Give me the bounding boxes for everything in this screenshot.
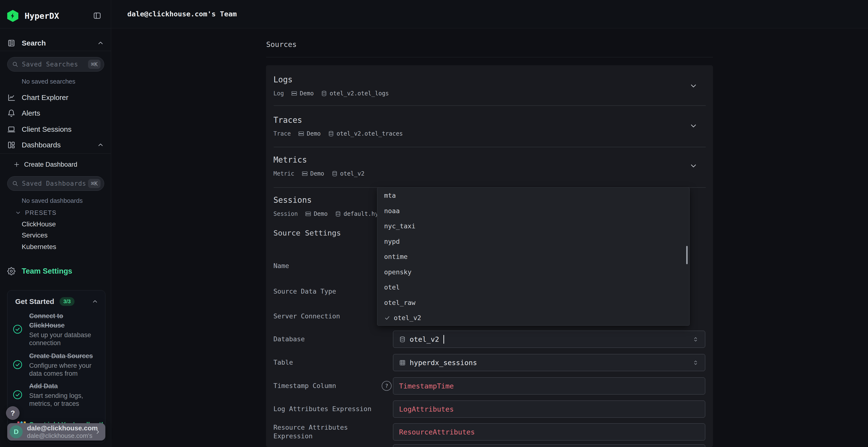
hyperdx-logo-icon	[7, 10, 18, 22]
dropdown-option[interactable]: opensky	[377, 265, 689, 280]
dropdown-option[interactable]: otel	[377, 280, 689, 295]
help-button[interactable]: ?	[6, 406, 20, 420]
dropdown-option[interactable]: mta	[377, 188, 689, 203]
sidebar-item-kubernetes[interactable]: Kubernetes	[22, 243, 56, 251]
saved-searches-placeholder: Saved Searches	[22, 61, 88, 68]
user-email: dale@clickhouse.com	[27, 424, 90, 432]
database-icon	[328, 131, 334, 137]
sidebar-item-dashboards[interactable]: Dashboards	[7, 137, 104, 153]
dropdown-option[interactable]: nyc_taxi	[377, 218, 689, 234]
source-metrics-title: Metrics	[273, 155, 307, 165]
text-caret	[443, 335, 444, 344]
expand-traces-button[interactable]	[688, 121, 699, 131]
dropdown-option-selected[interactable]: otel_v2	[377, 310, 689, 325]
plus-icon	[13, 161, 20, 168]
grid-icon	[7, 141, 16, 149]
server-icon	[298, 131, 304, 137]
brand-row: HyperDX	[7, 9, 104, 23]
sidebar-item-client-sessions[interactable]: Client Sessions	[7, 122, 104, 137]
log-attributes-input[interactable]: LogAttributes	[393, 401, 705, 418]
source-data-type-label: Source Data Type	[273, 287, 336, 296]
database-icon	[321, 90, 327, 97]
chevron-up-icon[interactable]	[92, 298, 98, 305]
sidebar-section-search[interactable]: Search	[7, 35, 104, 51]
next-input-partial[interactable]	[393, 444, 705, 447]
check-circle-icon	[13, 360, 23, 370]
get-started-title: Get Started	[15, 298, 54, 306]
sources-title: Sources	[266, 40, 297, 49]
server-connection-label: Server Connection	[273, 312, 340, 320]
source-metrics-meta: Metric Demo otel_v2	[273, 170, 365, 177]
collapse-sidebar-icon[interactable]	[93, 11, 101, 20]
create-dashboard-label: Create Dashboard	[24, 161, 78, 168]
select-updown-icon	[692, 358, 699, 367]
database-icon	[399, 336, 406, 343]
brand-name: HyperDX	[25, 11, 59, 21]
chevron-down-icon	[15, 209, 21, 216]
dropdown-scrollbar[interactable]	[686, 246, 688, 264]
resource-attributes-input[interactable]: ResourceAttributes	[393, 423, 705, 441]
bell-icon	[7, 109, 16, 117]
chevron-right-icon	[94, 428, 101, 435]
source-sessions-title: Sessions	[273, 195, 312, 205]
presets-toggle[interactable]: PRESETS	[15, 205, 104, 220]
create-dashboard-button[interactable]: Create Dashboard	[13, 157, 104, 172]
sidebar-item-alerts[interactable]: Alerts	[7, 105, 104, 121]
question-mark-icon: ?	[10, 409, 15, 417]
sidebar-item-chart-explorer[interactable]: Chart Explorer	[7, 90, 104, 105]
saved-dashboards-input[interactable]: Saved Dashboards ⌘K	[7, 176, 104, 191]
user-menu[interactable]: D dale@clickhouse.com dale@clickhouse.co…	[7, 423, 105, 441]
timestamp-input[interactable]: TimestampTime	[393, 377, 705, 394]
sidebar-search-label: Search	[22, 39, 46, 47]
check-circle-icon	[13, 390, 23, 400]
page-header-title: dale@clickhouse.com's Team	[127, 10, 237, 18]
table-label: Table	[273, 358, 293, 367]
database-select[interactable]: otel_v2	[393, 331, 705, 348]
get-started-item: Add Data Start sending logs, metrics, or…	[13, 381, 100, 408]
get-started-item: Create Data Sources Configure where your…	[13, 351, 100, 378]
source-settings-title: Source Settings	[273, 229, 341, 237]
dropdown-option[interactable]: ontime	[377, 249, 689, 265]
source-logs-title: Logs	[273, 75, 292, 84]
chevron-up-icon[interactable]	[97, 39, 104, 47]
select-updown-icon	[692, 335, 699, 343]
dropdown-option[interactable]: otel_raw	[377, 295, 689, 310]
table-select[interactable]: hyperdx_sessions	[393, 354, 705, 371]
sidebar-item-team-settings[interactable]: Team Settings	[7, 263, 104, 279]
timestamp-value: TimestampTime	[399, 382, 454, 390]
resource-attributes-label: Resource Attributes Expression	[273, 423, 348, 441]
laptop-icon	[7, 125, 16, 133]
gear-icon	[7, 267, 16, 275]
dropdown-option[interactable]: noaa	[377, 203, 689, 219]
source-traces-meta: Trace Demo otel_v2.otel_traces	[273, 130, 403, 137]
chart-line-icon	[7, 94, 16, 102]
sidebar-item-clickhouse[interactable]: ClickHouse	[22, 220, 56, 228]
expand-metrics-button[interactable]	[688, 161, 699, 171]
saved-searches-input[interactable]: Saved Searches ⌘K	[7, 57, 104, 72]
timestamp-label: Timestamp Column	[273, 381, 336, 390]
database-dropdown: mta noaa nyc_taxi nypd ontime opensky ot…	[377, 187, 689, 325]
search-icon	[12, 61, 19, 68]
dropdown-option[interactable]: nypd	[377, 234, 689, 249]
log-attributes-label: Log Attributes Expression	[273, 405, 371, 413]
table-value: hyperdx_sessions	[410, 358, 477, 367]
database-icon	[335, 211, 341, 217]
expand-logs-button[interactable]	[688, 81, 699, 91]
source-traces-title: Traces	[273, 115, 302, 125]
team-settings-label: Team Settings	[22, 267, 72, 276]
search-kbd-badge: ⌘K	[88, 60, 100, 69]
chevron-up-icon[interactable]	[97, 141, 104, 148]
sidebar: HyperDX Search Saved Searches ⌘K No save…	[0, 0, 111, 447]
resource-attributes-value: ResourceAttributes	[399, 428, 475, 436]
database-label: Database	[273, 335, 305, 343]
table-icon	[399, 359, 406, 366]
search-notebook-icon	[7, 39, 16, 47]
check-circle-icon	[13, 324, 23, 334]
saved-dashboards-placeholder: Saved Dashboards	[22, 180, 88, 187]
source-logs-meta: Log Demo otel_v2.otel_logs	[273, 90, 389, 97]
server-icon	[302, 171, 308, 177]
timestamp-help-icon[interactable]: ?	[382, 381, 392, 391]
server-icon	[305, 211, 311, 217]
sidebar-item-services[interactable]: Services	[22, 232, 48, 239]
name-label: Name	[273, 262, 289, 270]
